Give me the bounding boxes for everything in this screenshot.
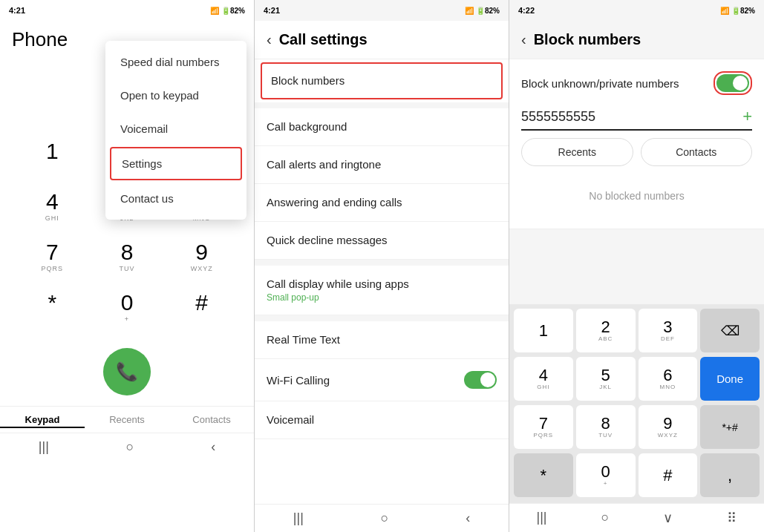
status-time-1: 4:21 bbox=[9, 6, 25, 15]
tab-keypad[interactable]: Keypad bbox=[0, 414, 85, 428]
nav-menu-icon-3[interactable]: ||| bbox=[537, 510, 547, 526]
wifi-calling-toggle[interactable] bbox=[464, 371, 497, 389]
add-number-button[interactable]: + bbox=[742, 107, 752, 126]
block-unknown-row: Block unknown/private numbers bbox=[521, 71, 752, 95]
numpad-key-backspace[interactable]: ⌫ bbox=[700, 309, 760, 352]
back-button-3[interactable]: ‹ bbox=[521, 31, 526, 48]
numpad-key-0[interactable]: 0 + bbox=[576, 453, 636, 497]
menu-item-open-keypad[interactable]: Open to keypad bbox=[105, 79, 246, 112]
signal-icon-1: 📶 bbox=[210, 7, 219, 15]
numpad-key-4[interactable]: 4 GHI bbox=[514, 357, 573, 401]
filter-row: Recents Contacts bbox=[521, 138, 752, 166]
key-1[interactable]: 1 bbox=[15, 131, 90, 182]
numpad-key-pound[interactable]: # bbox=[639, 453, 698, 497]
status-time-2: 4:21 bbox=[264, 6, 280, 15]
menu-item-contact-us[interactable]: Contact us bbox=[105, 182, 246, 215]
nav-back-icon-2[interactable]: ‹ bbox=[466, 510, 470, 526]
nav-menu-icon-2[interactable]: ||| bbox=[293, 510, 304, 526]
nav-home-icon[interactable]: ○ bbox=[126, 439, 134, 455]
setting-quick-decline[interactable]: Quick decline messages bbox=[255, 222, 509, 260]
back-button-2[interactable]: ‹ bbox=[267, 31, 272, 48]
tab-contacts[interactable]: Contacts bbox=[169, 414, 254, 428]
numpad-key-2[interactable]: 2 ABC bbox=[576, 309, 636, 352]
contacts-filter-button[interactable]: Contacts bbox=[641, 138, 753, 166]
call-display-sub: Small pop-up bbox=[267, 292, 497, 303]
menu-item-voicemail[interactable]: Voicemail bbox=[105, 112, 246, 145]
numpad-key-9[interactable]: 9 WXYZ bbox=[639, 405, 698, 449]
settings-list: Block numbers Call background Call alert… bbox=[255, 59, 509, 504]
menu-item-settings[interactable]: Settings bbox=[110, 147, 242, 180]
recents-filter-button[interactable]: Recents bbox=[521, 138, 633, 166]
phone-panel: 4:21 📶 🔋82% Phone Speed dial numbers Ope… bbox=[0, 0, 255, 532]
nav-bar-3: ||| ○ ∨ ⠿ bbox=[509, 503, 764, 532]
key-star[interactable]: * bbox=[15, 283, 90, 333]
call-settings-header: ‹ Call settings bbox=[255, 21, 509, 59]
numpad-key-8[interactable]: 8 TUV bbox=[576, 405, 636, 449]
call-settings-title: Call settings bbox=[279, 31, 368, 48]
no-blocked-text: No blocked numbers bbox=[521, 175, 752, 217]
numpad-key-comma[interactable]: , bbox=[700, 453, 760, 497]
block-numbers-panel: 4:22 📶 🔋82% ‹ Block numbers Block unknow… bbox=[509, 0, 764, 532]
status-icons-1: 📶 🔋82% bbox=[210, 7, 245, 15]
setting-answering-ending[interactable]: Answering and ending calls bbox=[255, 184, 509, 222]
numpad-key-1[interactable]: 1 bbox=[514, 309, 573, 352]
numpad-row-2: 4 GHI 5 JKL 6 MNO Done bbox=[512, 355, 761, 402]
tab-recents[interactable]: Recents bbox=[85, 414, 169, 428]
setting-call-display[interactable]: Call display while using apps Small pop-… bbox=[255, 266, 509, 315]
block-numbers-title: Block numbers bbox=[534, 31, 641, 48]
key-7[interactable]: 7 PQRS bbox=[15, 232, 90, 283]
numpad-key-star[interactable]: * bbox=[514, 453, 573, 497]
menu-item-speed-dial[interactable]: Speed dial numbers bbox=[105, 45, 246, 79]
nav-grid-icon-3[interactable]: ⠿ bbox=[727, 510, 737, 526]
key-0[interactable]: 0 + bbox=[90, 283, 165, 333]
nav-home-icon-3[interactable]: ○ bbox=[601, 510, 610, 526]
nav-menu-icon[interactable]: ||| bbox=[39, 439, 49, 455]
setting-call-background[interactable]: Call background bbox=[255, 108, 509, 146]
block-numbers-header: ‹ Block numbers bbox=[509, 21, 764, 59]
battery-icon-3: 🔋82% bbox=[731, 7, 755, 15]
status-bar-3: 4:22 📶 🔋82% bbox=[509, 0, 764, 21]
phone-icon: 📞 bbox=[116, 361, 138, 382]
numpad-key-7[interactable]: 7 PQRS bbox=[514, 405, 573, 449]
status-bar-2: 4:21 📶 🔋82% bbox=[255, 0, 509, 21]
number-input-row: + bbox=[521, 107, 752, 131]
nav-chevron-icon-3[interactable]: ∨ bbox=[663, 510, 673, 526]
status-time-3: 4:22 bbox=[518, 6, 535, 15]
setting-voicemail[interactable]: Voicemail bbox=[255, 401, 509, 439]
key-hash[interactable]: # bbox=[164, 283, 239, 333]
call-button[interactable]: 📞 bbox=[103, 348, 151, 395]
numpad-row-1: 1 2 ABC 3 DEF ⌫ bbox=[512, 307, 761, 354]
numpad-row-4: * 0 + # , bbox=[512, 452, 761, 499]
key-8[interactable]: 8 TUV bbox=[90, 232, 165, 283]
block-unknown-toggle[interactable] bbox=[716, 74, 749, 92]
nav-bar-1: ||| ○ ‹ bbox=[0, 433, 254, 461]
battery-icon-1: 🔋82% bbox=[221, 7, 245, 15]
numpad-key-3[interactable]: 3 DEF bbox=[639, 309, 698, 352]
key-9[interactable]: 9 WXYZ bbox=[164, 232, 239, 283]
numpad: 1 2 ABC 3 DEF ⌫ 4 GHI 5 JKL bbox=[509, 304, 764, 503]
block-content: Block unknown/private numbers + Recents … bbox=[509, 59, 764, 229]
nav-home-icon-2[interactable]: ○ bbox=[381, 510, 389, 526]
bottom-tabs: Keypad Recents Contacts bbox=[0, 406, 254, 433]
key-4[interactable]: 4 GHI bbox=[15, 182, 90, 232]
status-icons-2: 📶 🔋82% bbox=[465, 7, 500, 15]
setting-wifi-calling[interactable]: Wi-Fi Calling bbox=[255, 359, 509, 401]
status-bar-1: 4:21 📶 🔋82% bbox=[0, 0, 254, 21]
status-icons-3: 📶 🔋82% bbox=[720, 7, 755, 15]
numpad-key-5[interactable]: 5 JKL bbox=[576, 357, 636, 401]
setting-call-alerts[interactable]: Call alerts and ringtone bbox=[255, 146, 509, 184]
setting-real-time-text[interactable]: Real Time Text bbox=[255, 321, 509, 359]
dropdown-menu: Speed dial numbers Open to keypad Voicem… bbox=[105, 41, 246, 220]
call-btn-row: 📞 bbox=[0, 348, 254, 395]
block-toggle-outline bbox=[714, 71, 752, 95]
signal-icon-3: 📶 bbox=[720, 7, 729, 15]
nav-back-icon[interactable]: ‹ bbox=[211, 439, 215, 455]
setting-block-numbers[interactable]: Block numbers bbox=[261, 62, 503, 99]
nav-bar-2: ||| ○ ‹ bbox=[255, 504, 509, 532]
numpad-key-6[interactable]: 6 MNO bbox=[639, 357, 698, 401]
numpad-key-symbols[interactable]: *+# bbox=[700, 405, 760, 449]
battery-icon-2: 🔋82% bbox=[476, 7, 500, 15]
block-number-input[interactable] bbox=[521, 109, 742, 125]
block-unknown-label: Block unknown/private numbers bbox=[521, 77, 705, 90]
numpad-key-done[interactable]: Done bbox=[700, 357, 760, 401]
